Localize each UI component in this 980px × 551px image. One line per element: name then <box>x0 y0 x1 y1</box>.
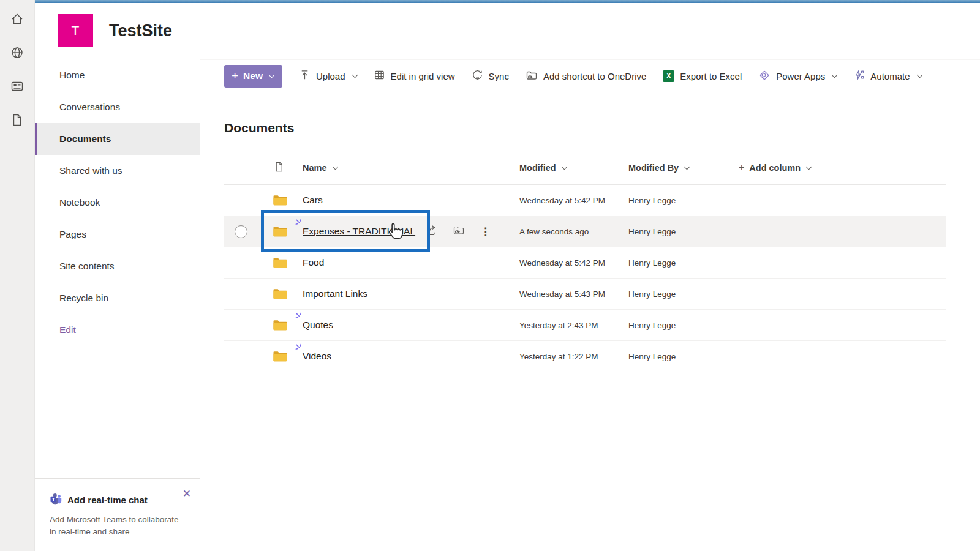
column-header-modified[interactable]: Modified <box>513 163 622 173</box>
sidebar-item-shared-with-us[interactable]: Shared with us <box>35 155 200 187</box>
sidebar-item-site-contents[interactable]: Site contents <box>35 250 200 282</box>
document-type-icon[interactable] <box>273 161 293 175</box>
home-icon[interactable] <box>9 11 25 27</box>
new-button[interactable]: + New <box>224 65 282 88</box>
modified-by-cell: Henry Legge <box>622 227 733 236</box>
folder-name-link[interactable]: Videos <box>303 351 331 361</box>
sidebar-item-home[interactable]: Home <box>35 59 200 91</box>
modified-cell: Yesterday at 1:22 PM <box>513 352 622 361</box>
site-title: TestSite <box>109 21 172 40</box>
folder-name-link[interactable]: Food <box>303 257 324 268</box>
sync-button[interactable]: Sync <box>472 69 509 83</box>
sync-icon <box>472 69 483 83</box>
modified-by-cell: Henry Legge <box>622 258 733 268</box>
table-row-quotes[interactable]: Quotes Yesterday at 2:43 PM Henry Legge <box>224 310 946 341</box>
table-row-expenses-traditional[interactable]: Expenses - TRADITIONAL ⋮ A few seconds a… <box>224 216 946 247</box>
folder-name-link[interactable]: Expenses - TRADITIONAL <box>303 226 415 236</box>
edit-in-grid-view-button[interactable]: Edit in grid view <box>374 69 455 83</box>
teams-promo-card: ✕ Add real-time chat Add Microsoft Teams… <box>35 478 200 551</box>
side-navigation: Home Conversations Documents Shared with… <box>35 59 200 551</box>
chevron-down-icon <box>806 164 812 170</box>
column-header-modified-by[interactable]: Modified By <box>622 163 733 173</box>
export-to-excel-button[interactable]: X Export to Excel <box>663 70 742 82</box>
sidebar-item-notebook[interactable]: Notebook <box>35 187 200 219</box>
folder-name-link[interactable]: Important Links <box>303 288 368 299</box>
chevron-down-icon <box>269 72 275 78</box>
chevron-down-icon <box>561 164 567 170</box>
sidebar-edit-link[interactable]: Edit <box>35 314 200 346</box>
share-icon[interactable] <box>425 224 437 239</box>
modified-cell: A few seconds ago <box>513 227 622 236</box>
folder-name-link[interactable]: Cars <box>303 195 323 205</box>
table-row-food[interactable]: Food Wednesday at 5:42 PM Henry Legge <box>224 247 946 279</box>
row-select-radio[interactable] <box>235 225 247 238</box>
globe-icon[interactable] <box>9 45 25 61</box>
table-row-cars[interactable]: Cars Wednesday at 5:42 PM Henry Legge <box>224 185 946 216</box>
column-header-add-column[interactable]: + Add column <box>733 162 946 173</box>
folder-icon <box>273 351 287 362</box>
automate-button[interactable]: Automate <box>853 69 921 83</box>
promo-body: Add Microsoft Teams to collaborate in re… <box>50 514 183 539</box>
folder-icon <box>273 320 287 331</box>
power-apps-icon <box>758 69 771 83</box>
add-shortcut-icon <box>526 69 538 83</box>
sidebar-item-documents[interactable]: Documents <box>35 123 200 155</box>
teams-icon <box>50 492 62 508</box>
power-apps-button[interactable]: Power Apps <box>758 69 837 83</box>
modified-cell: Wednesday at 5:42 PM <box>513 196 622 205</box>
column-header-name[interactable]: Name <box>293 163 513 173</box>
plus-icon: + <box>232 69 238 83</box>
folder-icon <box>273 226 287 238</box>
table-row-important-links[interactable]: Important Links Wednesday at 5:43 PM Hen… <box>224 279 946 310</box>
upload-icon <box>299 69 311 83</box>
modified-by-cell: Henry Legge <box>622 321 733 330</box>
news-icon[interactable] <box>9 78 25 94</box>
folder-icon <box>273 257 287 269</box>
excel-icon: X <box>663 70 674 82</box>
table-row-videos[interactable]: Videos Yesterday at 1:22 PM Henry Legge <box>224 341 946 372</box>
folder-icon <box>273 288 287 300</box>
sidebar-item-conversations[interactable]: Conversations <box>35 91 200 123</box>
sidebar-item-recycle-bin[interactable]: Recycle bin <box>35 282 200 314</box>
modified-by-cell: Henry Legge <box>622 352 733 361</box>
chevron-down-icon <box>332 164 338 170</box>
chevron-down-icon <box>832 72 838 78</box>
site-header: T TestSite <box>35 3 980 59</box>
chevron-down-icon <box>684 164 690 170</box>
add-shortcut-icon[interactable] <box>453 224 465 239</box>
table-rows: Cars Wednesday at 5:42 PM Henry Legge Ex… <box>224 185 946 372</box>
modified-cell: Wednesday at 5:43 PM <box>513 290 622 299</box>
modified-cell: Yesterday at 2:43 PM <box>513 321 622 330</box>
new-item-sparkle-icon <box>295 312 303 323</box>
folder-name-link[interactable]: Quotes <box>303 320 333 330</box>
app-bar <box>0 0 35 551</box>
grid-view-icon <box>374 69 385 83</box>
modified-by-cell: Henry Legge <box>622 196 733 205</box>
modified-by-cell: Henry Legge <box>622 290 733 299</box>
add-shortcut-to-onedrive-button[interactable]: Add shortcut to OneDrive <box>526 69 646 83</box>
chevron-down-icon <box>916 72 922 78</box>
folder-icon <box>273 195 287 206</box>
table-header-row: Name Modified Modified By + Add column <box>224 151 946 185</box>
close-icon[interactable]: ✕ <box>183 489 191 499</box>
new-item-sparkle-icon <box>295 218 303 229</box>
file-icon[interactable] <box>9 112 25 128</box>
chevron-down-icon <box>352 72 358 78</box>
upload-button[interactable]: Upload <box>299 69 357 83</box>
modified-cell: Wednesday at 5:42 PM <box>513 258 622 268</box>
plus-icon: + <box>739 162 744 173</box>
automate-icon <box>853 69 865 83</box>
site-logo[interactable]: T <box>58 14 93 47</box>
command-bar: + New Upload Edit in grid view Sync <box>200 60 980 92</box>
page-title: Documents <box>224 121 980 135</box>
documents-table: Name Modified Modified By + Add column C… <box>224 151 946 372</box>
main-content: + New Upload Edit in grid view Sync <box>200 59 980 551</box>
more-actions-icon[interactable]: ⋮ <box>480 225 491 238</box>
promo-title: Add real-time chat <box>67 495 148 505</box>
new-item-sparkle-icon <box>295 343 303 354</box>
sidebar-item-pages[interactable]: Pages <box>35 219 200 250</box>
